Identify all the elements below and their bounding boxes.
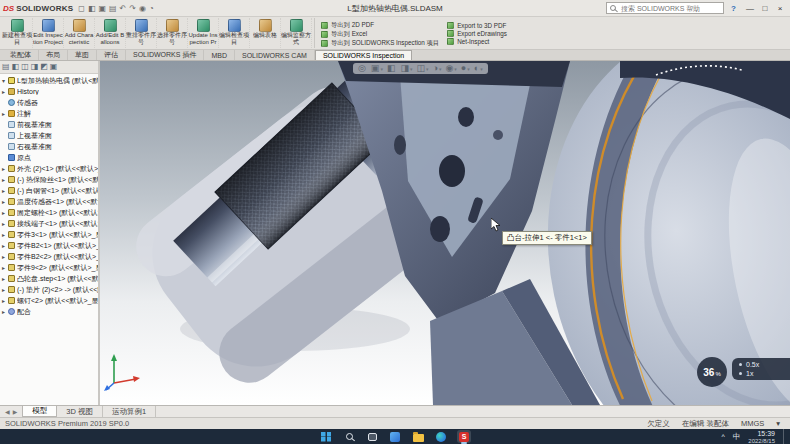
taskbar-app-icon[interactable] [388,430,402,443]
tree-item[interactable]: ▸ 零件B2<1> (默认<<默认>_显示状态) [0,240,98,251]
tree-item[interactable]: ▸ 上视基准面 [0,130,98,141]
chevron-down-icon[interactable]: ▾ [380,66,383,72]
ribbon-button[interactable]: 编辑监察方式 [281,18,312,48]
export-button[interactable]: 导出到 Excel [321,30,439,39]
panel-tab-icon[interactable]: ◫ [21,63,29,71]
ribbon-button[interactable]: Add/Edit Balloons [95,18,126,48]
quick-access-icon[interactable]: ↶ [120,4,127,13]
tree-item[interactable]: ▸ 外壳 (2)<1> (默认<<默认>_显示状态) [0,163,98,174]
ribbon-tab[interactable]: MBD [204,50,235,60]
view-tool-icon[interactable]: ◎ [358,64,367,73]
chevron-down-icon[interactable]: ▾ [467,66,470,72]
status-item[interactable]: MMGS [741,419,764,429]
taskbar-clock[interactable]: 15:39 2022/8/15 [748,430,775,444]
export-button[interactable]: Net-Inspect [447,37,507,45]
model-tab[interactable]: 模型 [22,406,57,417]
chevron-down-icon[interactable]: ▾ [410,66,413,72]
quick-access-icon[interactable]: ◉ [139,4,146,13]
quick-access-icon[interactable]: ◧ [88,4,96,13]
taskbar-app-icon[interactable] [411,430,425,443]
model-tab[interactable]: 运动算例1 [103,406,156,417]
taskbar-app-icon[interactable] [319,430,333,443]
minimize-button[interactable]: — [743,2,757,15]
tree-item[interactable]: ▸ 螺钉<2> (默认<<默认>_显示状态) [0,295,98,306]
chevron-down-icon[interactable]: ▾ [454,66,457,72]
view-tool-icon[interactable]: ● ▾ [461,64,470,73]
quick-access-icon[interactable]: ↷ [129,4,136,13]
panel-tab-icon[interactable]: ◧ [12,63,20,71]
chevron-down-icon[interactable]: ▾ [439,66,442,72]
taskbar-app-icon[interactable] [457,430,471,443]
view-tool-icon[interactable]: ◐ ▾ [474,64,483,73]
tree-item[interactable]: ▸ 注解 [0,108,98,119]
tree-item[interactable]: ▸ 固定螺栓<1> (默认<<默认>_显示状态) [0,207,98,218]
ribbon-button[interactable]: Add Characteristic [64,18,95,48]
tree-item[interactable]: ▸ 温度传感器<1> (默认<<默认>_显示状态) [0,196,98,207]
view-tool-icon[interactable]: ◧ [387,64,397,73]
tab-scroll-left-icon[interactable]: ◀ [5,408,10,415]
ribbon-button[interactable]: 选择零件序号 [157,18,188,48]
chevron-down-icon[interactable]: ▾ [480,66,483,72]
tree-item[interactable]: ▸ 零件3<1> (默认<<默认>_显示状态) [0,229,98,240]
tree-item[interactable]: ▸ 传感器 [0,97,98,108]
tree-item[interactable]: ▸ 零件9<2> (默认<<默认>_显示状态) [0,262,98,273]
panel-tab-icon[interactable]: ▤ [2,63,10,71]
maximize-button[interactable]: □ [758,2,772,15]
chevron-down-icon[interactable]: ▾ [426,66,429,72]
status-item[interactable]: 欠定义 [647,419,670,429]
ribbon-tab[interactable]: SOLIDWORKS Inspection [315,50,412,60]
ribbon-tab[interactable]: SOLIDWORKS 插件 [126,50,204,60]
ribbon-button[interactable]: 重排零件序号 [126,18,157,48]
ribbon-button[interactable]: Update Inspection Project [188,18,219,48]
graphics-viewport[interactable]: ◎ ▣ ▾ ◧ ◨ ▾ ◫ ▾ ◑ ▾ ◉ [100,61,790,405]
help-search-box[interactable] [606,2,724,14]
solidworks-logo[interactable]: DS SOLIDWORKS [3,4,73,13]
status-item[interactable]: 在编辑 装配体 [682,419,729,429]
ribbon-tab[interactable]: 评估 [97,50,126,60]
hidden-icons-chevron-icon[interactable]: ^ [722,433,725,440]
ribbon-tab[interactable]: 草图 [68,50,97,60]
view-tool-icon[interactable]: ◫ ▾ [416,64,428,73]
tree-item[interactable]: ▸ 原点 [0,152,98,163]
tree-item[interactable]: ▸ 配合 [0,306,98,317]
feature-tree-root[interactable]: ▾ L型加热轴热电偶 (默认<默认_显示状态-1>) [0,75,98,86]
ribbon-tab[interactable]: 布局 [39,50,68,60]
taskbar-app-icon[interactable] [342,430,356,443]
tree-item[interactable]: ▸ 右视基准面 [0,141,98,152]
input-language-indicator[interactable]: 中 [733,432,741,442]
view-tool-icon[interactable]: ◑ ▾ [432,64,441,73]
search-input[interactable] [619,4,720,13]
tree-item[interactable]: ▸ 凸轮盘.step<1> (默认<<默认>_显示状态) [0,273,98,284]
quick-access-icon[interactable]: ▤ [109,4,117,13]
speed-option[interactable]: 1x [739,370,790,377]
quick-access-icon[interactable]: ◻ [78,4,85,13]
ribbon-button[interactable]: 编辑表格 [250,18,281,48]
tree-item[interactable]: ▸ 接线端子<1> (默认<<默认>_显示状态) [0,218,98,229]
view-tool-icon[interactable]: ◉ ▾ [445,64,456,73]
tree-item[interactable]: ▸ (-) 热保险丝<1> (默认<<默认>_显示状态) [0,174,98,185]
tree-item[interactable]: ▸ 零件B2<2> (默认<<默认>_显示状态) [0,251,98,262]
tree-item[interactable]: ▸ (-) 白钢管<1> (默认<<默认>_显示状态) [0,185,98,196]
model-tab[interactable]: 3D 视图 [57,406,103,417]
close-button[interactable]: × [773,2,787,15]
ribbon-button[interactable]: 编辑检查项目 [219,18,250,48]
taskbar-app-icon[interactable] [365,430,379,443]
tree-item[interactable]: ▸ (-) 垫片 (2)<2> -> (默认<<默认>_显示状态) [0,284,98,295]
quick-access-icon[interactable]: ▣ [98,4,106,13]
help-button[interactable]: ? [728,4,739,13]
ribbon-button[interactable]: 新建检查项目 [2,18,33,48]
view-tool-icon[interactable]: ◨ ▾ [400,64,412,73]
export-button[interactable]: Export to 3D PDF [447,21,507,29]
ribbon-button[interactable]: Edit Inspection Project [33,18,64,48]
tree-item[interactable]: ▸ 前视基准面 [0,119,98,130]
show-desktop-button[interactable] [783,429,785,444]
tree-item[interactable]: ▸ History [0,86,98,97]
ribbon-tab[interactable]: 装配体 [3,50,39,60]
zoom-badge[interactable]: 36 % [697,357,727,387]
export-button[interactable]: 导出到 SOLIDWORKS Inspection 项目 [321,39,439,48]
ribbon-tab[interactable]: SOLIDWORKS CAM [235,50,315,60]
taskbar-app-icon[interactable] [434,430,448,443]
tab-scroll-right-icon[interactable]: ▶ [13,408,18,415]
speed-option[interactable]: 0.5x [739,361,790,368]
status-item[interactable]: ▾ [776,419,780,429]
